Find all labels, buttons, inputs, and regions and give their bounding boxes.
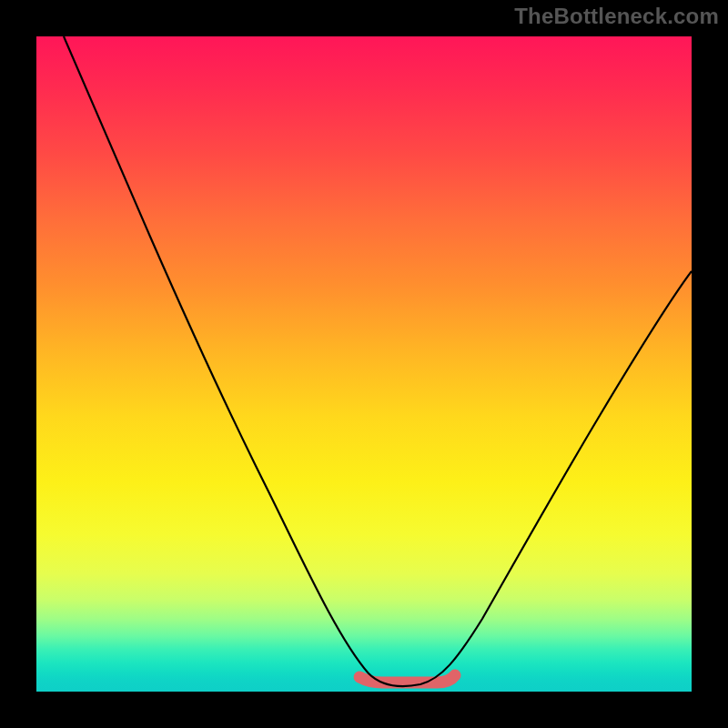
curve-layer: [36, 36, 692, 692]
bottleneck-curve: [64, 36, 692, 686]
plot-area: [36, 36, 692, 692]
chart-frame: TheBottleneck.com: [0, 0, 728, 728]
watermark-text: TheBottleneck.com: [514, 4, 719, 29]
